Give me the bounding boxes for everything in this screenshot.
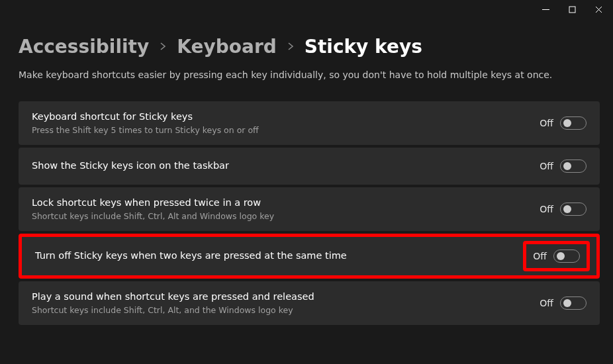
setting-keyboard-shortcut: Keyboard shortcut for Sticky keys Press …	[19, 101, 600, 145]
setting-text: Show the Sticky keys icon on the taskbar	[32, 159, 540, 173]
setting-turn-off-two-keys-highlight: Turn off Sticky keys when two keys are p…	[19, 234, 600, 279]
settings-list: Keyboard shortcut for Sticky keys Press …	[19, 101, 600, 325]
breadcrumb-accessibility[interactable]: Accessibility	[19, 36, 149, 58]
setting-subtitle: Press the Shift key 5 times to turn Stic…	[32, 125, 540, 136]
breadcrumb-keyboard[interactable]: Keyboard	[177, 36, 276, 58]
setting-title: Turn off Sticky keys when two keys are p…	[35, 250, 530, 263]
toggle-switch[interactable]	[560, 203, 587, 216]
setting-text: Play a sound when shortcut keys are pres…	[32, 291, 540, 316]
toggle-group: Off	[540, 116, 587, 130]
breadcrumb-current: Sticky keys	[305, 36, 422, 58]
window-titlebar	[531, 0, 613, 19]
setting-play-sound: Play a sound when shortcut keys are pres…	[19, 281, 600, 325]
maximize-button[interactable]	[567, 4, 577, 15]
chevron-right-icon	[287, 40, 294, 54]
setting-text: Lock shortcut keys when pressed twice in…	[32, 197, 540, 222]
toggle-state-label: Off	[533, 251, 547, 261]
setting-taskbar-icon: Show the Sticky keys icon on the taskbar…	[19, 148, 600, 185]
toggle-switch[interactable]	[560, 159, 587, 173]
toggle-switch[interactable]	[553, 250, 580, 263]
page-description: Make keyboard shortcuts easier by pressi…	[19, 69, 594, 80]
close-button[interactable]	[593, 4, 604, 15]
toggle-state-label: Off	[540, 204, 553, 214]
breadcrumb: Accessibility Keyboard Sticky keys	[19, 36, 594, 58]
setting-title: Lock shortcut keys when pressed twice in…	[32, 197, 540, 210]
toggle-group: Off	[540, 203, 587, 216]
toggle-group: Off	[540, 296, 587, 310]
setting-turn-off-two-keys: Turn off Sticky keys when two keys are p…	[22, 237, 596, 275]
setting-subtitle: Shortcut keys include Shift, Ctrl, Alt a…	[32, 211, 540, 222]
setting-title: Show the Sticky keys icon on the taskbar	[32, 159, 540, 173]
chevron-right-icon	[160, 40, 166, 54]
setting-text: Keyboard shortcut for Sticky keys Press …	[32, 111, 540, 136]
setting-title: Keyboard shortcut for Sticky keys	[32, 111, 540, 124]
setting-title: Play a sound when shortcut keys are pres…	[32, 291, 540, 304]
toggle-state-label: Off	[540, 298, 553, 308]
toggle-switch[interactable]	[560, 116, 587, 130]
setting-subtitle: Shortcut keys include Shift, Ctrl, Alt, …	[32, 305, 540, 316]
toggle-switch[interactable]	[560, 296, 587, 310]
minimize-button[interactable]	[540, 4, 551, 15]
setting-text: Turn off Sticky keys when two keys are p…	[35, 250, 530, 263]
page-content: Accessibility Keyboard Sticky keys Make …	[0, 0, 613, 325]
toggle-state-label: Off	[540, 161, 553, 171]
setting-lock-shortcut: Lock shortcut keys when pressed twice in…	[19, 187, 600, 231]
toggle-highlight: Off	[523, 241, 590, 271]
toggle-state-label: Off	[540, 118, 553, 128]
svg-rect-1	[569, 7, 575, 13]
toggle-group: Off	[533, 250, 580, 263]
toggle-group: Off	[540, 159, 587, 173]
